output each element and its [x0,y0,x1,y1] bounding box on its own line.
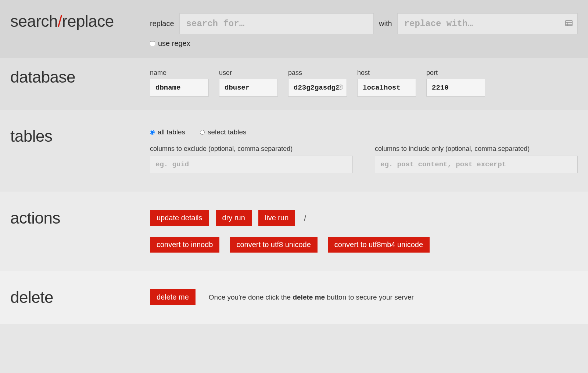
tables-heading: tables [10,128,150,144]
convert-innodb-button[interactable]: convert to innodb [150,237,219,253]
delete-heading: delete [10,289,150,305]
title-replace: replace [62,12,114,30]
replace-input[interactable] [397,13,578,34]
include-columns-input[interactable] [375,156,578,173]
include-columns-label: columns to include only (optional, comma… [375,145,578,153]
db-host-input[interactable] [357,79,416,97]
search-input[interactable] [179,13,374,34]
db-port-input[interactable] [426,79,485,97]
db-name-input[interactable] [150,79,209,97]
db-pass-label: pass [288,69,347,77]
radio-select-tables-label: select tables [208,128,247,136]
use-regex-checkbox[interactable] [150,41,155,46]
delete-me-button[interactable]: delete me [150,289,196,305]
section-search-replace: search/replace replace with [0,0,588,58]
section-actions: actions update details dry run live run … [0,192,588,271]
radio-all-tables-label: all tables [158,128,185,136]
lock-icon [338,84,343,91]
radio-select-tables[interactable] [200,130,205,135]
radio-all-tables[interactable] [150,130,155,135]
exclude-columns-input[interactable] [150,156,353,173]
svg-point-5 [340,86,341,88]
with-label: with [379,19,392,28]
exclude-columns-label: columns to exclude (optional, comma sepa… [150,145,353,153]
title-slash: / [58,12,62,30]
section-tables: tables all tables select tables columns … [0,110,588,192]
title-search: search [10,12,58,30]
db-port-label: port [426,69,485,77]
db-user-input[interactable] [219,79,278,97]
section-database: database name user pass [0,58,588,110]
delete-instruction-text: Once you're done click the delete me but… [209,293,414,301]
actions-heading: actions [10,210,150,226]
actions-divider: / [304,213,306,223]
database-heading: database [10,69,150,85]
section-delete: delete delete me Once you're done click … [0,271,588,324]
convert-utf8mb4-button[interactable]: convert to utf8mb4 unicode [328,237,430,253]
db-name-label: name [150,69,209,77]
dry-run-button[interactable]: dry run [216,210,252,226]
db-host-label: host [357,69,416,77]
use-regex-label: use regex [158,39,190,48]
replace-label: replace [150,19,174,28]
search-replace-title: search/replace [10,13,150,29]
update-details-button[interactable]: update details [150,210,209,226]
convert-utf8-button[interactable]: convert to utf8 unicode [230,237,317,253]
live-run-button[interactable]: live run [258,210,295,226]
db-user-label: user [219,69,278,77]
